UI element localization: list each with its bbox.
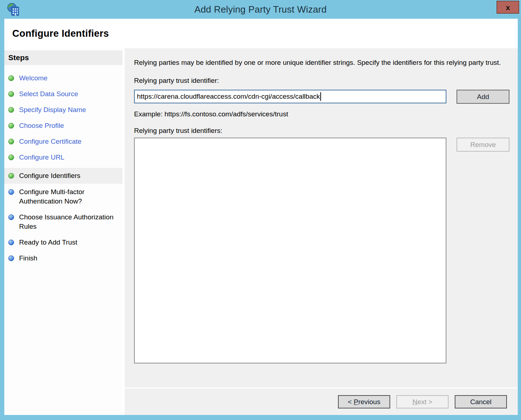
sidebar-item-label: Select Data Source (19, 89, 78, 99)
step-status-icon (8, 240, 14, 245)
sidebar-item-configure-url[interactable]: Configure URL (4, 152, 123, 163)
sidebar-item-finish: Finish (4, 253, 123, 264)
previous-button[interactable]: < Previous (338, 395, 390, 408)
sidebar-item-label: Ready to Add Trust (19, 238, 77, 247)
step-status-icon (8, 123, 14, 129)
sidebar-item-configure-identifiers: Configure Identifiers (4, 168, 123, 184)
sidebar-item-label: Configure URL (19, 153, 64, 162)
cancel-button[interactable]: Cancel (455, 395, 507, 408)
sidebar-item-configure-certificate[interactable]: Configure Certificate (4, 136, 123, 147)
remove-button[interactable]: Remove (457, 138, 509, 152)
window-title: Add Relying Party Trust Wizard (0, 0, 521, 19)
wizard-surface: Configure Identifiers Steps Welcome Sele… (4, 19, 518, 415)
step-status-icon (8, 139, 14, 144)
text-caret (320, 92, 321, 101)
steps-heading: Steps (4, 50, 123, 66)
identifier-label: Relying party trust identifier: (134, 77, 509, 85)
step-status-icon (8, 75, 14, 81)
identifiers-list-label: Relying party trust identifiers: (134, 127, 509, 135)
sidebar-item-welcome[interactable]: Welcome (4, 73, 123, 84)
sidebar-item-select-data-source[interactable]: Select Data Source (4, 89, 123, 99)
sidebar-item-label: Finish (19, 254, 37, 263)
step-status-icon (8, 255, 14, 261)
step-status-icon (8, 173, 14, 179)
sidebar-item-label: Specify Display Name (19, 105, 86, 115)
page-title: Configure Identifiers (12, 28, 109, 39)
footer-bar: < Previous Next > Cancel (125, 387, 518, 415)
sidebar-item-configure-multi-factor-authentication-now: Configure Multi-factor Authentication No… (4, 187, 123, 207)
intro-text: Relying parties may be identified by one… (134, 58, 505, 67)
sidebar-item-choose-profile[interactable]: Choose Profile (4, 120, 123, 131)
wizard-window: Add Relying Party Trust Wizard x Configu… (0, 0, 521, 420)
close-button[interactable]: x (496, 1, 519, 14)
sidebar-item-specify-display-name[interactable]: Specify Display Name (4, 104, 123, 115)
sidebar-item-label: Configure Certificate (19, 137, 81, 146)
steps-sidebar: Steps Welcome Select Data Source Specify… (4, 48, 123, 415)
next-button[interactable]: Next > (396, 395, 449, 408)
step-status-icon (8, 155, 14, 160)
identifiers-listbox[interactable] (134, 138, 446, 363)
sidebar-item-label: Choose Profile (19, 121, 64, 130)
sidebar-item-ready-to-add-trust: Ready to Add Trust (4, 237, 123, 248)
sidebar-item-label: Configure Identifiers (19, 171, 80, 180)
titlebar: Add Relying Party Trust Wizard x (0, 0, 521, 19)
step-status-icon (8, 107, 14, 113)
steps-list: Welcome Select Data Source Specify Displ… (4, 66, 123, 264)
step-status-icon (8, 189, 14, 195)
step-status-icon (8, 214, 14, 220)
main-panel: Relying parties may be identified by one… (125, 48, 518, 387)
identifier-input-value: https://carena.cloudflareaccess.com/cdn-… (137, 93, 320, 100)
sidebar-item-choose-issuance-authorization-rules: Choose Issuance Authorization Rules (4, 212, 123, 232)
identifier-input[interactable]: https://carena.cloudflareaccess.com/cdn-… (134, 90, 446, 103)
page-header: Configure Identifiers (4, 19, 518, 48)
add-button[interactable]: Add (457, 90, 509, 104)
sidebar-item-label: Choose Issuance Authorization Rules (19, 213, 120, 231)
sidebar-item-label: Configure Multi-factor Authentication No… (19, 187, 120, 206)
sidebar-item-label: Welcome (19, 73, 48, 83)
step-status-icon (8, 91, 14, 97)
example-text: Example: https://fs.contoso.com/adfs/ser… (134, 110, 509, 118)
